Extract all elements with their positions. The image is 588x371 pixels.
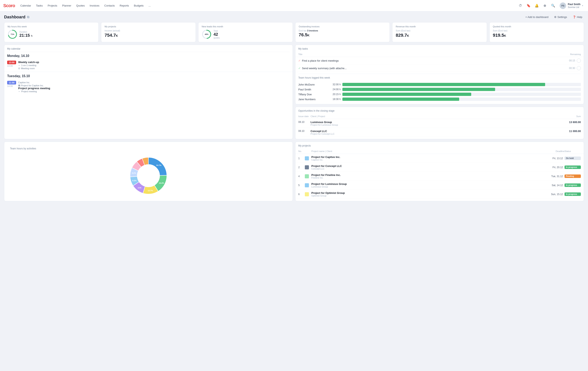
location-icon: ◎: [18, 67, 20, 70]
stat-card-invoices: Outstanding invoices Excl tax 3 invoices…: [295, 22, 390, 42]
nav-quotes[interactable]: Quotes: [74, 3, 87, 8]
nav-right: ⏱ 🔖 🔔 ⊕ 🔍 PS Paul Smith Sunrise Ltd ▾: [517, 2, 585, 10]
task-check-icon: ✓: [298, 67, 301, 70]
timer-icon[interactable]: ⏱: [517, 2, 524, 9]
nav-more[interactable]: ...: [146, 3, 153, 8]
page: Dashboard ⧉ + Add to dashboard ⚙ Setting…: [0, 11, 588, 205]
nav-calendar[interactable]: Calendar: [18, 3, 33, 8]
nav-projects[interactable]: Projects: [45, 3, 59, 8]
project-icon: [305, 156, 309, 160]
opp-header: Issue date Client | Project Sum: [298, 114, 581, 119]
status-badge: Pending: [565, 175, 581, 178]
main-grid: My calendar Monday, 14.10 13:00 14:00 We…: [4, 45, 584, 139]
chevron-down-icon: ▾: [582, 4, 583, 7]
right-panels: My tasks Title Remaining ✓ Find a place …: [295, 45, 584, 139]
project-icon: [305, 192, 309, 196]
calendar-title: My calendar: [4, 45, 293, 52]
svg-text:24.7%: 24.7%: [156, 164, 161, 166]
stat-hours-label: My hours this week: [8, 25, 95, 28]
filter-icon[interactable]: ⧉: [27, 15, 29, 19]
project-icon: [305, 165, 309, 169]
projects-panel: My projects No. Project name | Client De…: [295, 142, 584, 201]
task-complete-button[interactable]: [577, 66, 581, 70]
user-name: Paul Smith: [568, 3, 580, 6]
nav-invoices[interactable]: Invoices: [88, 3, 102, 8]
stat-card-revenue: Revenue this month Sum (Excl tax) 829.7K: [392, 22, 487, 42]
task-row: ✓ Find a place for client meetings 00:15: [295, 57, 584, 64]
avatar: PS: [560, 2, 566, 9]
project-row: 4 Project for Fineline Inc. Fineline Inc…: [295, 172, 584, 181]
task-check-icon: ✓: [298, 59, 301, 62]
team-member-row: Jane Numbers 18:30 h: [298, 98, 581, 101]
nav-reports[interactable]: Reports: [118, 3, 131, 8]
project-icon: [305, 174, 309, 178]
cal-event-0: 13:00 14:00 Weekly catch-up ↔ 1-on-1 mee…: [4, 59, 293, 71]
user-menu[interactable]: PS Paul Smith Sunrise Ltd ▾: [558, 2, 585, 10]
settings-button[interactable]: ⚙ Settings: [553, 15, 569, 19]
team-hours-title: Team hours logged this week: [295, 74, 584, 81]
projects-table: No. Project name | Client Deadline Statu…: [295, 149, 584, 199]
status-badge: In progress: [565, 184, 581, 187]
projects-header: No. Project name | Client Deadline Statu…: [295, 149, 584, 154]
calendar-panel: My calendar Monday, 14.10 13:00 14:00 We…: [4, 45, 293, 139]
opp-table: Issue date Client | Project Sum 08.10 Lu…: [295, 114, 584, 139]
team-member-row: John McDunn 32:00 h: [298, 83, 581, 86]
stat-card-leads: New leads this month 48% Total 42 quotes: [198, 22, 293, 42]
tasks-header: Title Remaining: [295, 52, 584, 57]
tasks-team-panel: My tasks Title Remaining ✓ Find a place …: [295, 45, 584, 104]
svg-text:11%: 11%: [138, 187, 141, 189]
stat-cards: My hours this week 71% Duration 21:15 h: [4, 22, 584, 42]
nav-planner[interactable]: Planner: [60, 3, 73, 8]
pie-chart-panel: Team hours by activities 24.7%16.4%13.7%…: [4, 142, 293, 201]
pie-container: 24.7%16.4%13.7%11%8.2%8.2%: [7, 153, 290, 198]
user-company: Sunrise Ltd: [568, 6, 580, 8]
page-header: Dashboard ⧉ + Add to dashboard ⚙ Setting…: [4, 15, 584, 19]
gear-icon: ⚙: [554, 16, 556, 19]
nav-tasks[interactable]: Tasks: [34, 3, 45, 8]
task-complete-button[interactable]: [577, 59, 581, 63]
team-member-row: Paul Smith 24:00 h: [298, 88, 581, 91]
team-member-row: Tiffany Doe 20:15 h: [298, 93, 581, 96]
bottom-grid: Team hours by activities 24.7%16.4%13.7%…: [4, 142, 584, 201]
pie-title: Team hours by activities: [7, 145, 290, 152]
stat-card-hours: My hours this week 71% Duration 21:15 h: [4, 22, 99, 42]
logo[interactable]: Scoro: [3, 3, 15, 8]
add-icon[interactable]: ⊕: [542, 2, 548, 9]
stat-card-quoted: Quoted this month Sum (Excl tax) 919.5K: [489, 22, 584, 42]
nav-contacts[interactable]: Contacts: [102, 3, 117, 8]
nav-budgets[interactable]: Budgets: [132, 3, 146, 8]
project-icon: ▦: [18, 84, 20, 87]
bookmark-icon[interactable]: 🔖: [525, 2, 532, 9]
navbar: Scoro Calendar Tasks Projects Planner Qu…: [0, 0, 588, 11]
opportunities-panel: Opportunities in the closing stage Issue…: [295, 107, 584, 139]
page-title: Dashboard ⧉: [4, 15, 29, 19]
cal-event-1: 11:00 14:00 Captive Inc. ▦ Project for C…: [4, 80, 293, 94]
project-row: 2 Project for Concept LLC Concept LLC Fr…: [295, 163, 584, 172]
task-row: ✓ Send weekly summary (with attache... 0…: [295, 64, 584, 72]
svg-text:13.7%: 13.7%: [148, 190, 153, 192]
help-button[interactable]: ❓ Help: [571, 15, 584, 19]
status-badge: In progress: [565, 192, 581, 196]
tasks-title: My tasks: [295, 45, 584, 52]
svg-text:8.2%: 8.2%: [132, 172, 136, 174]
page-actions: + Add to dashboard ⚙ Settings ❓ Help: [524, 15, 584, 19]
search-icon[interactable]: 🔍: [550, 2, 556, 9]
project-row: 6 Project for Optimist Group Optimist Gr…: [295, 190, 584, 199]
cal-date-monday: Monday, 14.10: [4, 52, 293, 59]
meeting-icon: ↔: [18, 90, 21, 93]
add-to-dashboard-button[interactable]: + Add to dashboard: [524, 15, 550, 19]
svg-text:8.2%: 8.2%: [132, 180, 136, 182]
project-row: 1 Project for Captive Inc. Captive Inc. …: [295, 154, 584, 163]
svg-text:16.4%: 16.4%: [159, 182, 164, 184]
team-hours-section: John McDunn 32:00 h Paul Smith 24:00 h T…: [295, 81, 584, 104]
meeting-type-icon: ↔: [18, 64, 21, 67]
stat-card-projects: My projects Income (actual) 754.7K: [101, 22, 196, 42]
projects-title: My projects: [295, 142, 584, 149]
status-badge: In progress: [565, 165, 581, 169]
cal-date-tuesday: Tuesday, 15.10: [4, 72, 293, 80]
hours-progress-circle: 71%: [8, 29, 17, 39]
bell-icon[interactable]: 🔔: [534, 2, 540, 9]
donut-chart: 24.7%16.4%13.7%11%8.2%8.2%: [126, 153, 171, 198]
status-badge: On hold: [565, 156, 581, 160]
opp-title: Opportunities in the closing stage: [295, 107, 584, 114]
